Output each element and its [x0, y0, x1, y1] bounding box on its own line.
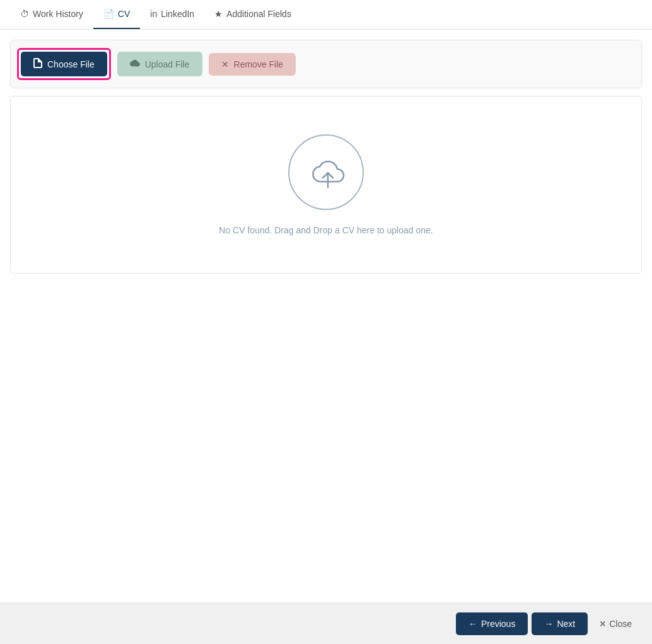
tab-linkedin[interactable]: in LinkedIn	[140, 0, 204, 29]
main-content: Choose File Upload File ✕ Remove File	[0, 30, 652, 603]
upload-circle	[288, 134, 364, 210]
upload-icon	[130, 58, 140, 70]
tab-cv[interactable]: 📄 CV	[93, 0, 140, 29]
linkedin-icon: in	[150, 9, 157, 19]
choose-file-button[interactable]: Choose File	[21, 52, 107, 76]
tab-work-history[interactable]: ⏱ Work History	[10, 0, 93, 29]
cloud-upload-icon	[307, 156, 345, 188]
drop-zone[interactable]: No CV found. Drag and Drop a CV here to …	[10, 96, 642, 274]
tabs-bar: ⏱ Work History 📄 CV in LinkedIn ★ Additi…	[0, 0, 652, 30]
clock-icon: ⏱	[20, 9, 29, 19]
close-icon: ✕	[599, 619, 607, 629]
choose-file-wrapper: Choose File	[17, 48, 111, 80]
file-action-bar: Choose File Upload File ✕ Remove File	[10, 40, 642, 88]
previous-button[interactable]: ← Previous	[456, 612, 528, 635]
footer: ← Previous → Next ✕ Close	[0, 603, 652, 644]
file-icon: 📄	[103, 9, 114, 19]
upload-file-button[interactable]: Upload File	[117, 52, 202, 76]
close-button[interactable]: ✕ Close	[591, 612, 639, 635]
arrow-right-icon: →	[544, 619, 553, 629]
remove-icon: ✕	[221, 59, 229, 69]
remove-file-button[interactable]: ✕ Remove File	[209, 53, 296, 76]
file-doc-icon	[33, 58, 42, 70]
star-icon: ★	[214, 9, 223, 19]
tab-additional-fields[interactable]: ★ Additional Fields	[204, 0, 301, 29]
next-button[interactable]: → Next	[532, 612, 588, 635]
arrow-left-icon: ←	[469, 619, 477, 629]
drop-zone-message: No CV found. Drag and Drop a CV here to …	[219, 225, 433, 235]
